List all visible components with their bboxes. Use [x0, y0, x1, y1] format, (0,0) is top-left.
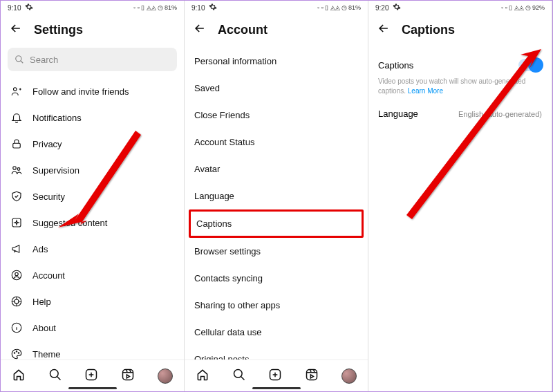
menu-ads[interactable]: Ads [1, 236, 184, 262]
menu-suggested-content[interactable]: Suggested content [1, 209, 184, 236]
menu-close-friends[interactable]: Close Friends [185, 102, 368, 129]
status-bar: 9:10 ◦ ▫ ▯ ◬◬ ◷ 81% [1, 1, 184, 15]
sparkle-icon [10, 216, 23, 229]
status-battery-icon: ◷ [341, 4, 347, 11]
svg-point-1 [14, 88, 17, 91]
nav-reels-icon[interactable] [121, 368, 135, 384]
menu-security[interactable]: Security [1, 183, 184, 209]
account-list: Personal information Saved Close Friends… [185, 48, 368, 360]
nav-create-icon[interactable] [268, 368, 282, 384]
nav-search-icon[interactable] [232, 368, 246, 384]
language-row[interactable]: Language English (auto-generated) [378, 103, 542, 124]
back-icon[interactable] [377, 21, 391, 38]
menu-avatar[interactable]: Avatar [185, 156, 368, 183]
account-panel: 9:10 ◦ ▫ ▯ ◬◬ ◷ 81% Account Personal inf… [185, 1, 368, 391]
captions-toggle-row: Captions [378, 53, 542, 77]
status-battery: 92% [532, 4, 545, 11]
nav-home-icon[interactable] [196, 368, 209, 384]
svg-point-9 [15, 299, 19, 304]
gear-icon [393, 3, 401, 12]
menu-personal-info[interactable]: Personal information [185, 48, 368, 75]
language-value: English (auto-generated) [458, 110, 542, 118]
status-battery: 81% [348, 4, 361, 11]
status-signal-icon: ◦ ▫ ▯ ◬◬ [317, 4, 340, 11]
search-placeholder: Search [30, 55, 58, 65]
menu-notifications[interactable]: Notifications [1, 104, 184, 131]
home-indicator [68, 387, 117, 389]
megaphone-icon [10, 243, 23, 255]
gear-icon [209, 3, 217, 12]
page-title: Captions [402, 23, 455, 37]
header: Account [185, 15, 368, 48]
menu-about[interactable]: About [1, 315, 184, 341]
svg-point-11 [14, 353, 15, 354]
nav-home-icon[interactable] [12, 368, 26, 384]
status-time: 9:10 [191, 4, 205, 12]
status-time: 9:20 [375, 4, 388, 12]
status-bar: 9:10 ◦ ▫ ▯ ◬◬ ◷ 81% [185, 1, 368, 15]
menu-cellular-data[interactable]: Cellular data use [185, 319, 368, 346]
info-icon [10, 321, 23, 334]
svg-point-4 [17, 168, 20, 171]
menu-privacy[interactable]: Privacy [1, 131, 184, 157]
people-icon [10, 164, 23, 176]
svg-point-0 [16, 56, 21, 62]
menu-supervision[interactable]: Supervision [1, 157, 184, 183]
svg-point-14 [50, 369, 58, 377]
captions-highlight: Captions [189, 209, 364, 238]
home-indicator [252, 387, 301, 389]
status-signal-icon: ◦ ▫ ▯ ◬◬ [133, 4, 156, 11]
back-icon[interactable] [193, 21, 207, 38]
settings-panel: 9:10 ◦ ▫ ▯ ◬◬ ◷ 81% Settings Search Foll… [1, 1, 185, 391]
status-signal-icon: ◦ ▫ ▯ ◬◬ [501, 4, 524, 11]
captions-description: Video posts you watch will show auto-gen… [378, 77, 542, 96]
page-title: Settings [34, 23, 83, 37]
menu-captions[interactable]: Captions [191, 212, 362, 236]
back-icon[interactable] [9, 21, 23, 38]
header: Settings [1, 15, 184, 48]
status-battery-icon: ◷ [158, 4, 163, 11]
svg-point-7 [15, 272, 19, 276]
svg-rect-20 [307, 369, 317, 380]
account-icon [10, 269, 23, 281]
menu-sharing-apps[interactable]: Sharing to other apps [185, 292, 368, 319]
menu-saved[interactable]: Saved [185, 75, 368, 102]
menu-help[interactable]: Help [1, 288, 184, 315]
search-input[interactable]: Search [8, 48, 177, 71]
nav-profile-avatar[interactable] [158, 368, 173, 384]
captions-label: Captions [378, 60, 413, 71]
menu-follow-invite[interactable]: Follow and invite friends [1, 78, 184, 104]
bell-icon [10, 111, 23, 124]
gear-icon [25, 3, 33, 12]
palette-icon [10, 348, 23, 360]
svg-point-13 [18, 353, 19, 354]
lock-icon [10, 138, 23, 150]
nav-profile-avatar[interactable] [341, 368, 357, 384]
nav-create-icon[interactable] [84, 368, 98, 384]
status-battery-icon: ◷ [525, 4, 531, 11]
person-plus-icon [10, 85, 23, 97]
search-icon [15, 55, 24, 64]
captions-body: Captions Video posts you watch will show… [368, 48, 552, 130]
learn-more-link[interactable]: Learn More [408, 87, 443, 95]
menu-account[interactable]: Account [1, 262, 184, 288]
menu-language[interactable]: Language [185, 183, 368, 209]
svg-point-18 [234, 369, 242, 377]
nav-search-icon[interactable] [48, 368, 62, 384]
help-icon [10, 295, 23, 308]
svg-point-3 [13, 167, 17, 170]
menu-original-posts[interactable]: Original posts [185, 346, 368, 360]
nav-reels-icon[interactable] [305, 368, 319, 384]
menu-account-status[interactable]: Account Status [185, 129, 368, 156]
menu-theme[interactable]: Theme [1, 341, 184, 360]
svg-rect-16 [123, 369, 133, 380]
status-time: 9:10 [8, 4, 21, 12]
page-title: Account [218, 23, 268, 37]
menu-browser-settings[interactable]: Browser settings [185, 238, 368, 265]
header: Captions [368, 15, 552, 48]
status-bar: 9:20 ◦ ▫ ▯ ◬◬ ◷ 92% [368, 1, 552, 15]
captions-toggle[interactable] [518, 59, 542, 71]
svg-rect-2 [13, 143, 21, 148]
captions-panel: 9:20 ◦ ▫ ▯ ◬◬ ◷ 92% Captions Captions Vi… [368, 1, 552, 391]
menu-contacts-syncing[interactable]: Contacts syncing [185, 265, 368, 292]
